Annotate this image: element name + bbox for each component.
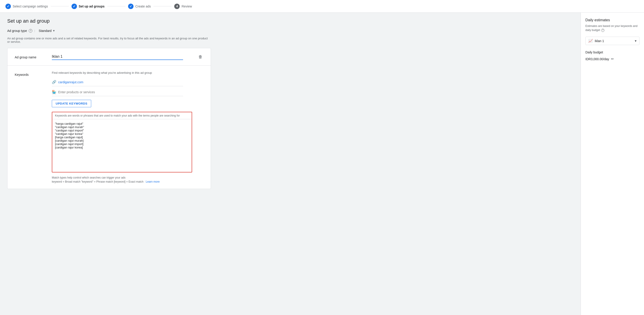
keywords-box: Keywords are words or phrases that are u…: [52, 112, 192, 172]
products-icon: 🏪: [52, 90, 56, 94]
ad-group-type-row: Ad group type ? : Standard ▼: [7, 28, 574, 33]
page-title: Set up an ad group: [7, 18, 574, 24]
keywords-section: Keywords Find relevant keywords by descr…: [8, 66, 211, 189]
ad-group-name-row: Ad group name 🗑: [15, 54, 204, 60]
step-connector-1: [51, 6, 69, 6]
step-connector-3: [154, 6, 172, 6]
step-4[interactable]: 4 Review: [174, 4, 192, 9]
ad-group-name-input[interactable]: [52, 54, 183, 60]
ad-group-type-label: Ad group type: [7, 29, 27, 32]
sidebar-ad-group-row-left: 📈 Iklan 1: [588, 39, 604, 43]
products-input[interactable]: [58, 90, 183, 94]
keywords-label: Keywords: [15, 71, 46, 76]
ad-group-type-select[interactable]: Standard ▼: [38, 28, 56, 33]
step-2-label: Set up ad groups: [79, 4, 104, 8]
colon: :: [34, 29, 35, 32]
match-types: Match types help control which searches …: [52, 176, 204, 179]
ad-group-name-content: [52, 54, 192, 60]
stepper-bar: ✓ Select campaign settings ✓ Set up ad g…: [0, 0, 644, 13]
check-icon-3: ✓: [130, 4, 132, 8]
keywords-box-hint: Keywords are words or phrases that are u…: [52, 112, 192, 119]
step-1-label: Select campaign settings: [13, 4, 48, 8]
budget-value: IDR3,000.00/day: [586, 57, 609, 61]
step-1-icon: ✓: [6, 4, 11, 9]
url-input[interactable]: [58, 80, 183, 84]
keywords-row: Keywords Find relevant keywords by descr…: [15, 71, 204, 183]
delete-icon-wrapper[interactable]: 🗑: [198, 54, 204, 59]
keywords-content: Find relevant keywords by describing wha…: [52, 71, 204, 183]
learn-more-link[interactable]: Learn more: [146, 180, 160, 183]
match-types-detail: keyword = Broad match "keyword" = Phrase…: [52, 180, 204, 183]
trend-icon: 📈: [588, 39, 593, 43]
step-2-icon: ✓: [72, 4, 77, 9]
update-keywords-button[interactable]: UPDATE KEYWORDS: [52, 100, 91, 107]
edit-icon[interactable]: ✏: [611, 57, 614, 61]
match-types-label: Match types help control which searches …: [52, 176, 126, 179]
sidebar-desc-text: Estimates are based on your keywords and…: [586, 24, 638, 32]
step-3-label: Create ads: [135, 4, 151, 8]
ad-group-name-section: Ad group name 🗑: [8, 48, 211, 66]
type-select-chevron: ▼: [52, 29, 55, 32]
chevron-down-icon: ▾: [635, 39, 636, 43]
step-1[interactable]: ✓ Select campaign settings: [6, 4, 48, 9]
check-icon-1: ✓: [7, 4, 10, 8]
ad-group-name-label: Ad group name: [15, 54, 46, 59]
ad-group-type-value: Standard: [39, 29, 52, 32]
delete-icon: 🗑: [198, 54, 204, 60]
sidebar: Daily estimates Estimates are based on y…: [581, 13, 644, 315]
step-2[interactable]: ✓ Set up ad groups: [72, 4, 104, 9]
step-3[interactable]: ✓ Create ads: [128, 4, 151, 9]
budget-row: IDR3,000.00/day ✏: [586, 57, 640, 61]
step-3-icon: ✓: [128, 4, 134, 9]
ad-group-description: An ad group contains one or more ads and…: [7, 37, 211, 44]
ad-group-name-input-wrapper: [52, 54, 183, 60]
link-icon: 🔗: [52, 80, 56, 84]
sidebar-ad-group-row[interactable]: 📈 Iklan 1 ▾: [586, 37, 640, 45]
content-area: Set up an ad group Ad group type ? : Sta…: [0, 13, 581, 315]
check-icon-2: ✓: [73, 4, 76, 8]
main-layout: Set up an ad group Ad group type ? : Sta…: [0, 13, 644, 315]
match-types-detail-text: keyword = Broad match "keyword" = Phrase…: [52, 180, 144, 183]
products-input-row: 🏪: [52, 88, 183, 96]
step-4-label: Review: [182, 4, 192, 8]
step-connector-2: [107, 6, 125, 6]
step-4-number: 4: [176, 4, 178, 8]
daily-budget-title: Daily budget: [586, 50, 640, 54]
url-input-row: 🔗: [52, 78, 183, 86]
sidebar-desc: Estimates are based on your keywords and…: [586, 24, 640, 32]
ad-group-card: Ad group name 🗑 Keywords Fin: [7, 48, 211, 189]
keywords-desc: Find relevant keywords by describing wha…: [52, 71, 204, 74]
sidebar-title: Daily estimates: [586, 18, 640, 22]
keywords-textarea[interactable]: "harga cardigan rajut" "cardigan rajut m…: [52, 119, 192, 171]
sidebar-help-icon[interactable]: ?: [601, 29, 604, 32]
step-4-icon: 4: [174, 4, 180, 9]
sidebar-ad-group-name: Iklan 1: [595, 39, 604, 43]
ad-group-type-help-icon[interactable]: ?: [29, 29, 32, 32]
